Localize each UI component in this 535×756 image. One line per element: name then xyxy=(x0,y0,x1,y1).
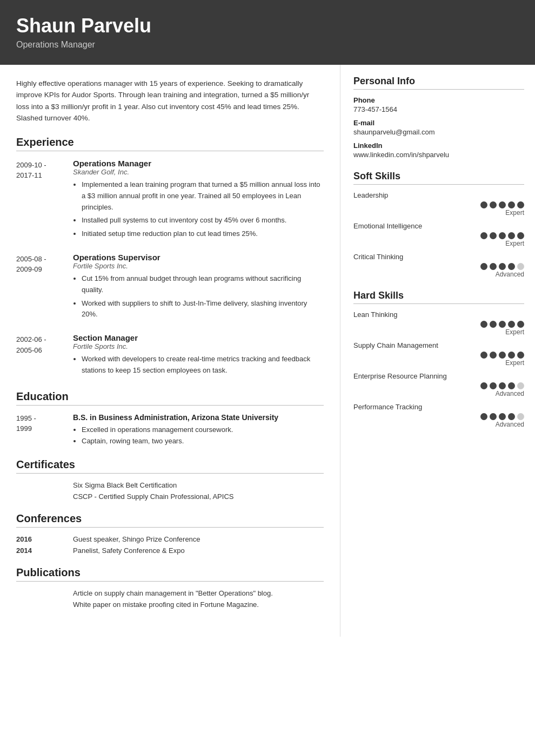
bullet: Implemented a lean training program that… xyxy=(82,179,324,213)
exp-item-2: 2005-08 -2009-09 Operations Supervisor F… xyxy=(16,253,324,322)
publications-heading: Publications xyxy=(16,566,324,579)
exp-title-1: Operations Manager xyxy=(73,159,324,168)
skill-name: Supply Chain Management xyxy=(353,341,524,349)
dot xyxy=(499,321,506,328)
linkedin-value: www.linkedin.com/in/shparvelu xyxy=(353,151,524,159)
edu-dates-1: 1995 -1999 xyxy=(16,413,73,447)
dot xyxy=(508,382,515,389)
exp-company-1: Skander Golf, Inc. xyxy=(73,168,324,176)
main-column: Highly effective operations manager with… xyxy=(0,65,340,637)
skill-name: Enterprise Resource Planning xyxy=(353,372,524,380)
conf-text-2: Panelist, Safety Conference & Expo xyxy=(73,546,324,555)
sidebar-column: Personal Info Phone 773-457-1564 E-mail … xyxy=(340,65,535,456)
dot xyxy=(499,232,506,239)
dot xyxy=(517,232,524,239)
skill-name: Lean Thinking xyxy=(353,310,524,319)
soft-skill-emotional-intelligence: Emotional Intelligence Expert xyxy=(353,222,524,247)
soft-skill-leadership: Leadership Expert xyxy=(353,191,524,217)
skill-dots xyxy=(353,321,524,328)
dot xyxy=(499,263,506,270)
exp-item-3: 2002-06 -2005-06 Section Manager Fortile… xyxy=(16,333,324,379)
personal-info-heading: Personal Info xyxy=(353,76,524,87)
skill-dots xyxy=(353,232,524,239)
phone-label: Phone xyxy=(353,96,524,104)
skill-level: Expert xyxy=(353,359,524,367)
body-layout: Highly effective operations manager with… xyxy=(0,65,535,637)
dot xyxy=(480,382,487,389)
linkedin-label: LinkedIn xyxy=(353,141,524,150)
cert-item-2: CSCP - Certified Supply Chain Profession… xyxy=(16,492,324,501)
dot xyxy=(490,413,497,420)
cert-text-2: CSCP - Certified Supply Chain Profession… xyxy=(73,492,324,501)
dot xyxy=(490,352,497,359)
conf-year-2: 2014 xyxy=(16,546,73,555)
exp-content-1: Operations Manager Skander Golf, Inc. Im… xyxy=(73,159,324,242)
dot xyxy=(480,263,487,270)
dot xyxy=(499,352,506,359)
edu-bullets-1: Excelled in operations management course… xyxy=(82,424,324,447)
experience-divider xyxy=(16,151,324,151)
hard-skills-divider xyxy=(353,303,524,304)
exp-bullets-1: Implemented a lean training program that… xyxy=(82,179,324,240)
exp-dates-1: 2009-10 -2017-11 xyxy=(16,159,73,242)
dot xyxy=(480,232,487,239)
bullet: Initiated setup time reduction plan to c… xyxy=(82,228,324,240)
cert-spacer xyxy=(16,492,73,501)
certificates-divider xyxy=(16,473,324,474)
dot xyxy=(517,263,524,270)
conf-item-1: 2016 Guest speaker, Shingo Prize Confere… xyxy=(16,535,324,543)
dot xyxy=(480,321,487,328)
conferences-divider xyxy=(16,527,324,528)
skill-dots xyxy=(353,263,524,270)
dot xyxy=(508,321,515,328)
email-value: shaunparvelu@gmail.com xyxy=(353,128,524,136)
hard-skills-section: Hard Skills Lean Thinking Expert Supply … xyxy=(353,290,524,428)
bullet: Installed pull systems to cut inventory … xyxy=(82,215,324,226)
email-label: E-mail xyxy=(353,119,524,127)
dot xyxy=(517,382,524,389)
exp-content-2: Operations Supervisor Fortile Sports Inc… xyxy=(73,253,324,322)
conf-year-1: 2016 xyxy=(16,535,73,543)
skill-level: Advanced xyxy=(353,421,524,428)
conferences-section: Conferences 2016 Guest speaker, Shingo P… xyxy=(16,512,324,555)
experience-heading: Experience xyxy=(16,136,324,148)
skill-level: Advanced xyxy=(353,271,524,278)
hard-skills-heading: Hard Skills xyxy=(353,290,524,301)
dot xyxy=(499,382,506,389)
exp-bullets-3: Worked with developers to create real-ti… xyxy=(82,354,324,376)
personal-info-divider xyxy=(353,89,524,90)
skill-name: Leadership xyxy=(353,191,524,199)
bullet: Cut 15% from annual budget through lean … xyxy=(82,273,324,296)
candidate-name: Shaun Parvelu xyxy=(16,15,519,37)
education-section: Education 1995 -1999 B.S. in Business Ad… xyxy=(16,390,324,447)
dot xyxy=(480,413,487,420)
skill-dots xyxy=(353,201,524,208)
certificates-heading: Certificates xyxy=(16,458,324,471)
pub-item-1: Article on supply chain management in "B… xyxy=(16,589,324,597)
conferences-heading: Conferences xyxy=(16,512,324,525)
exp-dates-2: 2005-08 -2009-09 xyxy=(16,253,73,322)
hard-skill-erp: Enterprise Resource Planning Advanced xyxy=(353,372,524,397)
certificates-section: Certificates Six Sigma Black Belt Certif… xyxy=(16,458,324,501)
skill-level: Expert xyxy=(353,328,524,336)
pub-spacer xyxy=(16,589,73,597)
pub-spacer xyxy=(16,600,73,609)
dot xyxy=(517,352,524,359)
hard-skill-performance-tracking: Performance Tracking Advanced xyxy=(353,403,524,428)
pub-text-2: White paper on mistake proofing cited in… xyxy=(73,600,324,609)
pub-item-2: White paper on mistake proofing cited in… xyxy=(16,600,324,609)
bullet: Worked with suppliers to shift to Just-I… xyxy=(82,298,324,321)
publications-section: Publications Article on supply chain man… xyxy=(16,566,324,609)
education-divider xyxy=(16,405,324,406)
bullet: Worked with developers to create real-ti… xyxy=(82,354,324,376)
experience-section: Experience 2009-10 -2017-11 Operations M… xyxy=(16,136,324,379)
personal-info-section: Personal Info Phone 773-457-1564 E-mail … xyxy=(353,76,524,159)
exp-title-2: Operations Supervisor xyxy=(73,253,324,262)
cert-spacer xyxy=(16,481,73,489)
dot xyxy=(480,352,487,359)
resume-header: Shaun Parvelu Operations Manager xyxy=(0,0,535,65)
pub-text-1: Article on supply chain management in "B… xyxy=(73,589,324,597)
bullet: Captain, rowing team, two years. xyxy=(82,436,324,447)
edu-degree-1: B.S. in Business Administration, Arizona… xyxy=(73,413,324,422)
dot xyxy=(508,263,515,270)
